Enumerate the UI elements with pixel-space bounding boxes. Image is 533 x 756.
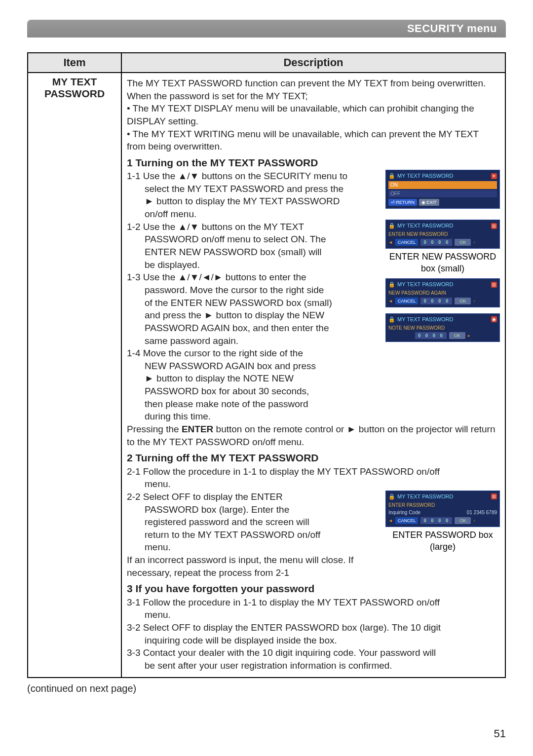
arrow-left-icon: ◄ xyxy=(388,239,393,245)
osd-exit: ◉:EXIT xyxy=(419,199,439,206)
close-icon: ✕ xyxy=(491,173,497,179)
osd-subtitle: ENTER PASSWORD xyxy=(388,502,497,509)
page-header: SECURITY menu xyxy=(27,20,506,38)
intro-b2: • The MY TEXT WRITING menu will be unava… xyxy=(127,128,500,153)
osd-subtitle: NEW PASSWORD AGAIN xyxy=(388,290,497,297)
osd-ok: OK xyxy=(455,239,471,246)
osd-caption-large: ENTER PASSWORD box (large) xyxy=(385,529,500,553)
col-header-item: Item xyxy=(28,53,121,73)
close-icon: ◉ xyxy=(491,316,497,322)
section2-title: 2 Turning off the MY TEXT PASSWORD xyxy=(127,451,500,465)
osd-digits: 0 0 0 0 xyxy=(420,239,452,246)
osd-new-again: 🔒MY TEXT PASSWORD⊟ NEW PASSWORD AGAIN ◄C… xyxy=(385,278,500,307)
osd-inquiring-label: Inquiring Code xyxy=(388,509,420,516)
osd-cancel: CANCEL xyxy=(395,517,419,524)
lock-icon: 🔒 xyxy=(388,173,395,179)
arrow-left-icon: ◄ xyxy=(388,518,393,524)
osd-on-row: ON xyxy=(388,181,497,189)
s3-step1: 3-1 Follow the procedure in 1-1 to displ… xyxy=(127,596,500,621)
close-icon: ⊟ xyxy=(491,493,497,499)
arrow-right-icon: › xyxy=(473,518,475,524)
close-icon: ⊟ xyxy=(491,282,497,288)
arrow-right-icon: › xyxy=(473,298,475,304)
osd-return: ⏎:RETURN xyxy=(388,199,417,206)
arrow-right-icon: › xyxy=(473,239,475,245)
continued-note: (continued on next page) xyxy=(27,683,506,694)
osd-note-new: 🔒MY TEXT PASSWORD◉ NOTE NEW PASSWORD 0 0… xyxy=(385,313,500,342)
osd-ok: OK xyxy=(455,298,471,304)
osd-subtitle: ENTER NEW PASSWORD xyxy=(388,231,497,238)
section3-title: 3 If you have forgotten your password xyxy=(127,582,500,596)
content-table: Item Description MY TEXT PASSWORD The MY… xyxy=(27,52,506,678)
s1-step3: 1-3 Use the ▲/▼/◄/► buttons to enter the… xyxy=(127,271,381,347)
arrow-left-icon: ◄ xyxy=(388,298,393,304)
s1-step4: 1-4 Move the cursor to the right side of… xyxy=(127,347,381,423)
s2-step2: 2-2 Select OFF to display the ENTER PASS… xyxy=(127,491,381,554)
s3-step3: 3-3 Contact your dealer with the 10 digi… xyxy=(127,646,500,672)
s1-step2: 1-2 Use the ▲/▼ buttons on the MY TEXT P… xyxy=(127,221,381,271)
osd-inquiring-code: 01 2345 6789 xyxy=(467,509,497,516)
close-icon: ⊟ xyxy=(491,223,497,229)
osd-digits: 0 0 0 0 xyxy=(420,517,452,524)
s2-tail: If an incorrect password is input, the m… xyxy=(127,554,381,579)
intro-p1: The MY TEXT PASSWORD function can preven… xyxy=(127,77,500,102)
col-header-description: Description xyxy=(121,53,505,73)
intro-b1: • The MY TEXT DISPLAY menu will be unava… xyxy=(127,102,500,127)
section1-title: 1 Turning on the MY TEXT PASSWORD xyxy=(127,156,500,170)
s3-step2: 3-2 Select OFF to display the ENTER PASS… xyxy=(127,621,500,646)
osd-enter-new: 🔒MY TEXT PASSWORD⊟ ENTER NEW PASSWORD ◄C… xyxy=(385,220,500,248)
osd-off-row: OFF xyxy=(388,190,497,198)
osd-enter-large: 🔒MY TEXT PASSWORD⊟ ENTER PASSWORD Inquir… xyxy=(385,491,500,527)
lock-icon: 🔒 xyxy=(388,316,395,322)
osd-digits: 0 0 0 0 xyxy=(415,332,447,339)
item-label: MY TEXT PASSWORD xyxy=(28,73,121,678)
osd-ok: OK xyxy=(455,517,471,524)
page-number: 51 xyxy=(494,727,506,740)
osd-ok: OK xyxy=(449,332,465,339)
osd-digits: 0 0 0 0 xyxy=(420,298,452,304)
osd-caption-small: ENTER NEW PASSWORD box (small) xyxy=(385,251,500,275)
osd-subtitle: NOTE NEW PASSWORD xyxy=(388,325,497,332)
arrow-right-icon: ▸ xyxy=(468,333,470,339)
table-row: MY TEXT PASSWORD The MY TEXT PASSWORD fu… xyxy=(28,73,505,678)
description-cell: The MY TEXT PASSWORD function can preven… xyxy=(121,73,505,678)
lock-icon: 🔒 xyxy=(388,281,395,287)
lock-icon: 🔒 xyxy=(388,223,395,228)
s2-step1: 2-1 Follow the procedure in 1-1 to displ… xyxy=(127,465,500,491)
osd-cancel: CANCEL xyxy=(395,239,419,246)
s1-step1: 1-1 Use the ▲/▼ buttons on the SECURITY … xyxy=(127,170,381,221)
s1-tail: Pressing the ENTER button on the remote … xyxy=(127,423,500,448)
osd-cancel: CANCEL xyxy=(395,298,419,304)
lock-icon: 🔒 xyxy=(388,493,395,499)
osd-onoff: 🔒MY TEXT PASSWORD✕ ON OFF ⏎:RETURN◉:EXIT xyxy=(385,170,500,209)
header-title: SECURITY menu xyxy=(407,22,497,35)
